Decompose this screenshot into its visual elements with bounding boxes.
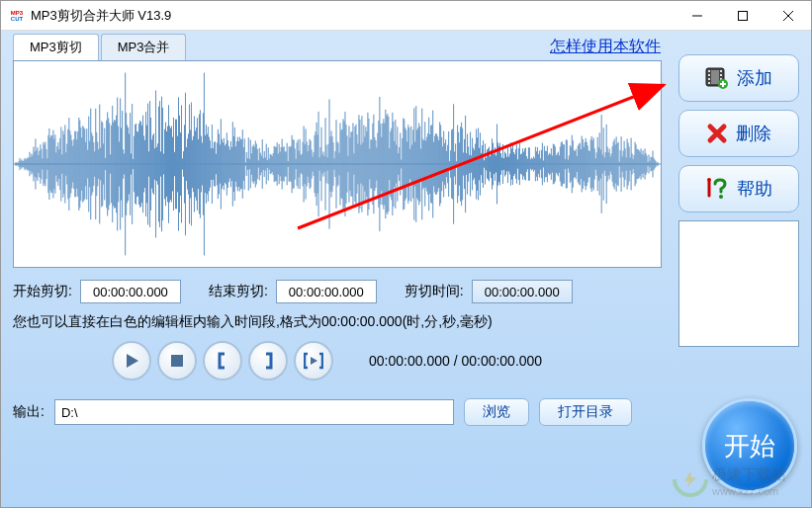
bracket-close-icon [259,352,277,370]
svg-rect-9 [708,70,710,72]
help-button-label: 帮助 [737,177,772,201]
tabs: MP3剪切 MP3合并 [13,34,188,60]
window-title: MP3剪切合并大师 V13.9 [31,7,171,25]
help-link[interactable]: 怎样使用本软件 [550,37,661,57]
help-icon [705,178,729,200]
start-cut-input[interactable] [80,280,181,303]
start-button[interactable]: 开始 [702,398,797,493]
tab-merge[interactable]: MP3合并 [101,34,187,60]
output-label: 输出: [13,403,45,421]
svg-marker-27 [684,471,696,487]
film-add-icon [705,67,729,89]
delete-button[interactable]: 删除 [678,110,799,157]
open-folder-button[interactable]: 打开目录 [539,398,632,426]
stop-button[interactable] [157,341,197,381]
svg-point-26 [675,464,706,495]
bracket-open-icon [214,352,231,370]
maximize-button[interactable] [720,1,766,31]
svg-rect-1 [739,11,748,20]
waveform-display[interactable] [13,60,662,268]
app-icon: MP3CUT [9,8,25,24]
svg-rect-12 [708,82,710,84]
play-selection-button[interactable] [294,341,333,381]
bracket-play-icon [304,352,323,370]
preview-box [678,220,799,347]
stop-icon [169,353,185,369]
svg-rect-11 [708,78,710,80]
time-row: 开始剪切: 结束剪切: 剪切时间: 00:00:00.000 [13,280,662,303]
progress-text: 00:00:00.000 / 00:00:00.000 [369,353,542,369]
help-button[interactable]: 帮助 [678,165,799,212]
svg-rect-14 [720,74,722,76]
tab-cut[interactable]: MP3剪切 [13,34,99,60]
mark-end-button[interactable] [248,341,288,381]
hint-text: 您也可以直接在白色的编辑框内输入时间段,格式为00:00:00.000(时,分,… [13,313,662,331]
start-cut-label: 开始剪切: [13,283,72,300]
svg-marker-5 [127,354,138,368]
content-area: MP3剪切 MP3合并 怎样使用本软件 开始剪切: 结 [1,31,811,507]
svg-point-23 [719,195,723,199]
svg-rect-6 [171,355,183,367]
right-panel: 添加 删除 帮助 [678,54,799,347]
window-controls [675,1,811,31]
waveform-svg [14,61,661,267]
titlebar-left: MP3CUT MP3剪切合并大师 V13.9 [1,7,171,25]
cut-duration-label: 剪切时间: [405,283,464,300]
svg-rect-10 [708,74,710,76]
start-button-label: 开始 [724,429,775,464]
svg-rect-17 [711,70,719,84]
playback-controls: 00:00:00.000 / 00:00:00.000 [13,341,662,381]
close-button[interactable] [766,1,811,31]
add-button-label: 添加 [737,66,772,90]
output-row: 输出: 浏览 打开目录 [13,398,662,426]
end-cut-input[interactable] [276,280,377,303]
add-button[interactable]: 添加 [678,54,799,102]
end-cut-label: 结束剪切: [209,283,268,300]
mark-start-button[interactable] [203,341,242,381]
output-path-input[interactable] [54,399,454,425]
play-button[interactable] [112,341,151,381]
minimize-button[interactable] [675,1,720,31]
delete-x-icon [706,123,728,144]
titlebar: MP3CUT MP3剪切合并大师 V13.9 [1,1,811,31]
browse-button[interactable]: 浏览 [464,398,529,426]
app-window: MP3CUT MP3剪切合并大师 V13.9 MP3剪切 MP3合并 怎样使用本… [0,0,812,508]
play-icon [123,352,140,370]
delete-button-label: 删除 [736,122,771,145]
svg-marker-7 [311,357,317,365]
cut-duration-display: 00:00:00.000 [472,280,573,303]
svg-point-22 [707,178,711,182]
svg-rect-13 [720,70,722,72]
